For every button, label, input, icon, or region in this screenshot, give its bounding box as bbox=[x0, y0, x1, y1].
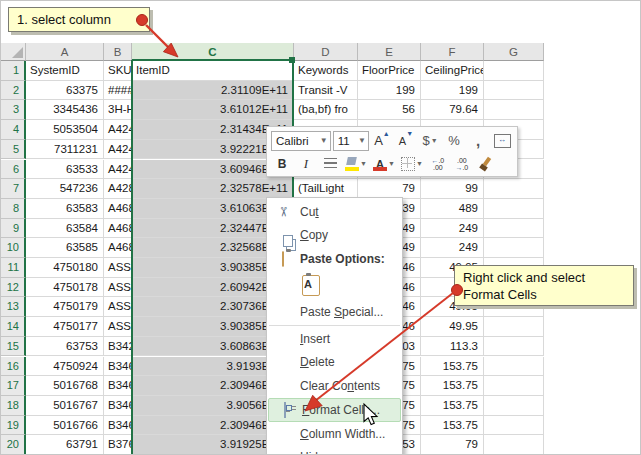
cell-A17[interactable]: 5016768 bbox=[26, 376, 104, 396]
column-header-G[interactable]: G bbox=[484, 43, 544, 61]
accounting-format-button[interactable]: $▼ bbox=[419, 131, 441, 151]
cell-A20[interactable]: 63791 bbox=[26, 435, 104, 455]
cell-C3[interactable]: 3.61012E+11 bbox=[132, 100, 294, 120]
percent-style-button[interactable]: % bbox=[443, 131, 465, 151]
row-header-8[interactable]: 8 bbox=[1, 199, 26, 219]
cell-B14[interactable]: ASSO bbox=[104, 317, 132, 337]
cell-G18[interactable] bbox=[484, 396, 544, 416]
cell-C7[interactable]: 2.32578E+11 bbox=[132, 179, 294, 199]
cell-A2[interactable]: 63375 bbox=[26, 81, 104, 101]
italic-button[interactable]: I bbox=[295, 154, 317, 174]
cell-F1[interactable]: CeilingPrice bbox=[421, 61, 484, 81]
cell-B10[interactable]: A468 bbox=[104, 238, 132, 258]
row-header-1[interactable]: 1 bbox=[1, 61, 26, 81]
cell-C1[interactable]: ItemID bbox=[132, 61, 294, 81]
cell-G10[interactable] bbox=[484, 238, 544, 258]
cell-G9[interactable] bbox=[484, 219, 544, 239]
cell-B12[interactable]: ASSO bbox=[104, 278, 132, 298]
cell-F3[interactable]: 79.64 bbox=[421, 100, 484, 120]
column-header-E[interactable]: E bbox=[358, 43, 421, 61]
row-header-5[interactable]: 5 bbox=[1, 140, 26, 160]
cell-G14[interactable] bbox=[484, 317, 544, 337]
cell-F8[interactable]: 489 bbox=[421, 199, 484, 219]
cell-G7[interactable] bbox=[484, 179, 544, 199]
cell-F9[interactable]: 249 bbox=[421, 219, 484, 239]
cell-A12[interactable]: 4750178 bbox=[26, 278, 104, 298]
cell-A14[interactable]: 4750177 bbox=[26, 317, 104, 337]
cell-A19[interactable]: 5016766 bbox=[26, 416, 104, 436]
font-size-combo[interactable]: 11 ▼ bbox=[333, 131, 369, 151]
menu-item-clear-contents[interactable]: Clear Contents bbox=[267, 374, 402, 398]
comma-style-button[interactable]: , bbox=[467, 131, 489, 151]
cell-D1[interactable]: Keywords bbox=[294, 61, 358, 81]
shrink-font-button[interactable]: A▼ bbox=[395, 131, 417, 151]
menu-item-cut[interactable]: ✂Cut bbox=[267, 200, 402, 224]
cell-B9[interactable]: A468 bbox=[104, 219, 132, 239]
cell-A1[interactable]: SystemID bbox=[26, 61, 104, 81]
paste-values-button[interactable]: A bbox=[298, 273, 324, 299]
column-header-B[interactable]: B bbox=[104, 43, 132, 61]
selection-corner-square[interactable] bbox=[289, 57, 295, 63]
font-name-combo[interactable]: Calibri ▼ bbox=[271, 131, 331, 151]
cell-F17[interactable]: 153.75 bbox=[421, 376, 484, 396]
row-header-4[interactable]: 4 bbox=[1, 120, 26, 140]
row-header-3[interactable]: 3 bbox=[1, 100, 26, 120]
cell-B2[interactable]: #### bbox=[104, 81, 132, 101]
row-header-2[interactable]: 2 bbox=[1, 81, 26, 101]
cell-B8[interactable]: A468 bbox=[104, 199, 132, 219]
bold-button[interactable]: B bbox=[271, 154, 293, 174]
grow-font-button[interactable]: A▲ bbox=[371, 131, 393, 151]
menu-item-column-width[interactable]: Column Width... bbox=[267, 422, 402, 446]
cell-B19[interactable]: B346 bbox=[104, 416, 132, 436]
row-header-6[interactable]: 6 bbox=[1, 160, 26, 180]
cell-F15[interactable]: 113.3 bbox=[421, 337, 484, 357]
row-header-14[interactable]: 14 bbox=[1, 317, 26, 337]
cell-B11[interactable]: ASSO bbox=[104, 258, 132, 278]
row-header-19[interactable]: 19 bbox=[1, 416, 26, 436]
row-header-13[interactable]: 13 bbox=[1, 297, 26, 317]
cell-E3[interactable]: 56 bbox=[358, 100, 421, 120]
column-header-C[interactable]: C bbox=[132, 43, 294, 61]
cell-B15[interactable]: B342 bbox=[104, 337, 132, 357]
menu-item-format-cells[interactable]: Format Cells... bbox=[268, 398, 401, 423]
cell-G15[interactable] bbox=[484, 337, 544, 357]
row-header-9[interactable]: 9 bbox=[1, 219, 26, 239]
column-header-F[interactable]: F bbox=[421, 43, 484, 61]
cell-B4[interactable]: A424 bbox=[104, 120, 132, 140]
row-header-10[interactable]: 10 bbox=[1, 238, 26, 258]
cell-A11[interactable]: 4750180 bbox=[26, 258, 104, 278]
cell-A6[interactable]: 63533 bbox=[26, 160, 104, 180]
cell-B20[interactable]: B376 bbox=[104, 435, 132, 455]
cell-F19[interactable]: 153.75 bbox=[421, 416, 484, 436]
cell-F20[interactable]: 79 bbox=[421, 435, 484, 455]
cell-A5[interactable]: 7311231 bbox=[26, 140, 104, 160]
format-painter-button[interactable] bbox=[475, 154, 497, 174]
cell-F14[interactable]: 49.95 bbox=[421, 317, 484, 337]
cell-A3[interactable]: 3345436 bbox=[26, 100, 104, 120]
column-header-D[interactable]: D bbox=[294, 43, 358, 61]
menu-item-delete[interactable]: Delete bbox=[267, 351, 402, 375]
cell-B16[interactable]: B346 bbox=[104, 357, 132, 377]
cell-A7[interactable]: 547236 bbox=[26, 179, 104, 199]
cell-F16[interactable]: 153.75 bbox=[421, 357, 484, 377]
row-header-7[interactable]: 7 bbox=[1, 179, 26, 199]
cell-G2[interactable] bbox=[484, 81, 544, 101]
menu-item-paste-special[interactable]: Paste Special... bbox=[267, 301, 402, 325]
align-center-button[interactable] bbox=[319, 154, 341, 174]
select-all-corner[interactable] bbox=[1, 43, 26, 61]
decrease-decimal-button[interactable]: ←.0.00 bbox=[427, 154, 449, 174]
cell-B13[interactable]: ASSO bbox=[104, 297, 132, 317]
cell-A15[interactable]: 63753 bbox=[26, 337, 104, 357]
column-header-A[interactable]: A bbox=[26, 43, 104, 61]
cell-G20[interactable] bbox=[484, 435, 544, 455]
cell-D7[interactable]: (TailLight bbox=[294, 179, 358, 199]
cell-G19[interactable] bbox=[484, 416, 544, 436]
cell-A13[interactable]: 4750179 bbox=[26, 297, 104, 317]
cell-F10[interactable]: 249 bbox=[421, 238, 484, 258]
row-header-15[interactable]: 15 bbox=[1, 337, 26, 357]
row-header-11[interactable]: 11 bbox=[1, 258, 26, 278]
cell-A10[interactable]: 63585 bbox=[26, 238, 104, 258]
row-header-12[interactable]: 12 bbox=[1, 278, 26, 298]
cell-F7[interactable]: 99 bbox=[421, 179, 484, 199]
cell-D3[interactable]: (ba,bf) fro bbox=[294, 100, 358, 120]
